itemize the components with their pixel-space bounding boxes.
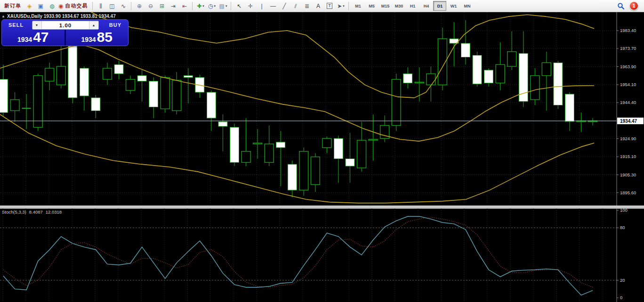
- timeframe-button-W1[interactable]: W1: [447, 1, 460, 11]
- buy-button[interactable]: 1934 85: [66, 30, 129, 46]
- stoch-axis[interactable]: 10080200: [617, 208, 628, 302]
- volume-input[interactable]: 1.00: [42, 23, 89, 28]
- candle-bull: [299, 151, 308, 190]
- sell-price-small: 1934: [17, 35, 32, 44]
- indicators-icon[interactable]: ✚▾: [195, 1, 206, 11]
- horizontal-line-icon[interactable]: —: [267, 1, 278, 11]
- stoch-axis-label: 0: [620, 295, 622, 300]
- stochastic-pane[interactable]: 10080200: [0, 208, 644, 302]
- zoom-in-icon[interactable]: ⊕: [134, 1, 145, 11]
- sell-button[interactable]: 1934 47: [2, 30, 64, 46]
- text-icon[interactable]: A: [313, 1, 323, 11]
- bar-chart-icon[interactable]: ⫼: [95, 1, 106, 11]
- toolbar-separator: [192, 2, 193, 10]
- price-axis[interactable]: 1983.401973.701963.901954.101944.401924.…: [617, 12, 636, 206]
- current-price-tag: 1934.47: [617, 118, 644, 124]
- candle-bear: [554, 63, 563, 105]
- stochastic-label: Stoch(5,3,3) 8.4087 12.0318: [2, 209, 62, 215]
- candle-bull: [496, 64, 505, 83]
- candle-bear: [149, 81, 158, 107]
- symbol-bar: ▴ XAUUSDu,Daily 1933.90 1934.67 1933.81 …: [2, 14, 116, 19]
- trendline-icon[interactable]: ╱: [279, 1, 290, 11]
- timeframe-button-M30[interactable]: M30: [392, 1, 405, 11]
- timeframe-button-M15[interactable]: M15: [378, 1, 392, 11]
- price-axis-label: 1963.90: [620, 64, 636, 69]
- one-click-trading-panel: SELL ▼ 1.00 ▲ BUY 1934 47 1934 85: [1, 19, 129, 46]
- templates-icon-dropdown[interactable]: ▾: [225, 4, 227, 8]
- horizontal-line-icon: —: [270, 3, 276, 9]
- new-chart-icon[interactable]: ◈: [24, 1, 35, 11]
- candlestick-icon[interactable]: ◫: [106, 1, 117, 11]
- toolbar-separator: [131, 2, 131, 10]
- timeframe-button-H1[interactable]: H1: [406, 1, 419, 11]
- volume-control[interactable]: ▼ 1.00 ▲: [32, 21, 99, 30]
- chart-area[interactable]: 1983.401973.701963.901954.101944.401924.…: [0, 12, 644, 302]
- autotrading-button[interactable]: ◉自动交易: [58, 1, 90, 11]
- line-chart-icon[interactable]: ∿: [118, 1, 129, 11]
- crosshair-icon[interactable]: ✛: [245, 1, 256, 11]
- vertical-line-icon: |: [261, 3, 262, 9]
- collapse-icon[interactable]: ▴: [2, 14, 4, 18]
- indicators-icon-dropdown[interactable]: ▾: [202, 4, 204, 8]
- auto-scroll-icon[interactable]: ⇥: [168, 1, 178, 11]
- volume-decrease-button[interactable]: ▼: [32, 21, 42, 29]
- candle-bull: [357, 140, 366, 168]
- market-watch-icon[interactable]: ◍: [47, 1, 57, 11]
- timeframe-button-H4[interactable]: H4: [419, 1, 433, 11]
- svg-text:1934.47: 1934.47: [620, 119, 637, 124]
- tile-windows-icon[interactable]: ⊞: [156, 1, 167, 11]
- cursor-icon[interactable]: ↖: [233, 1, 244, 11]
- candle-bear: [68, 44, 77, 98]
- trendline-icon: ╱: [282, 3, 286, 9]
- new-order-button[interactable]: 新订单: [2, 1, 24, 11]
- profiles-icon[interactable]: ▣: [35, 1, 46, 11]
- timeframes-icon-dropdown[interactable]: ▾: [214, 4, 216, 8]
- timeframe-button-M5[interactable]: M5: [365, 1, 378, 11]
- channel-icon[interactable]: ⫽: [290, 1, 301, 11]
- line-chart-icon: ∿: [121, 3, 126, 9]
- arrows-icon-dropdown[interactable]: ▾: [343, 4, 345, 8]
- zoom-out-icon[interactable]: ⊖: [145, 1, 156, 11]
- candle-bull: [322, 138, 331, 148]
- candle-bull: [33, 76, 42, 127]
- sell-price-big: 47: [33, 30, 48, 44]
- arrows-icon: ➤: [337, 3, 342, 9]
- price-axis-label: 1954.10: [620, 82, 636, 87]
- toolbar-separator: [348, 2, 349, 10]
- candle-bull: [369, 139, 378, 140]
- crosshair-icon: ✛: [248, 3, 253, 9]
- search-icon[interactable]: [617, 2, 625, 10]
- templates-icon[interactable]: ▤▾: [217, 1, 228, 11]
- timeframe-button-D1[interactable]: D1: [433, 1, 446, 11]
- chart-shift-icon[interactable]: ⇤: [179, 1, 190, 11]
- bar-chart-icon: ⫼: [99, 3, 102, 9]
- timeframe-button-MN[interactable]: MN: [460, 1, 474, 11]
- candle-bear: [91, 98, 100, 111]
- timeframes-icon[interactable]: ◷▾: [206, 1, 217, 11]
- toolbar: 新订单◈▣◍◉自动交易⫼◫∿⊕⊖⊞⇥⇤✚▾◷▾▤▾↖✛|—╱⫽≣AT➤▾M1M5…: [0, 0, 644, 12]
- candlestick-icon: ◫: [109, 3, 114, 9]
- candle-bear: [276, 142, 285, 148]
- sell-label: SELL: [8, 22, 24, 28]
- arrows-icon[interactable]: ➤▾: [335, 1, 346, 11]
- zoom-out-icon: ⊖: [148, 3, 153, 9]
- buy-label: BUY: [109, 22, 121, 28]
- candle-bear: [230, 127, 239, 163]
- channel-icon: ⫽: [294, 3, 297, 9]
- market-watch-icon: ◍: [49, 3, 54, 9]
- volume-increase-button[interactable]: ▲: [89, 21, 98, 29]
- timeframe-button-M1[interactable]: M1: [351, 1, 364, 11]
- candle-bear: [80, 68, 89, 96]
- notification-badge[interactable]: 1: [629, 1, 638, 10]
- fibonacci-icon[interactable]: ≣: [301, 1, 312, 11]
- vertical-line-icon[interactable]: |: [256, 1, 267, 11]
- toolbar-separator: [92, 2, 93, 10]
- candle-bull: [172, 80, 181, 111]
- text-label-icon[interactable]: T: [324, 1, 335, 11]
- stoch-k-line: [3, 216, 593, 295]
- text-label-icon: T: [327, 3, 332, 9]
- candle-bear: [0, 79, 8, 113]
- autotrading-button: ◉: [58, 3, 63, 9]
- new-chart-icon: ◈: [27, 3, 32, 9]
- profiles-icon: ▣: [38, 3, 43, 9]
